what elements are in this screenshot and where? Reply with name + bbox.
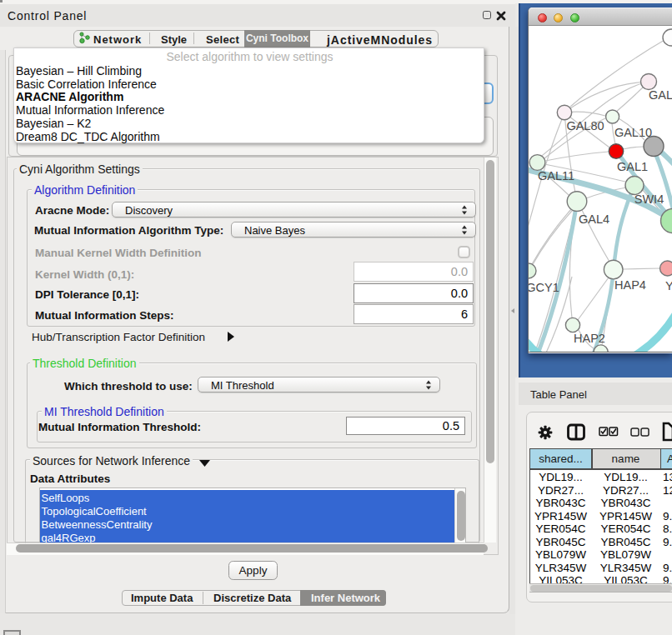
svg-text:HAP4: HAP4	[614, 278, 646, 292]
svg-text:GAL1: GAL1	[617, 160, 648, 173]
svg-text:GAL80: GAL80	[566, 119, 604, 132]
svg-text:GAL4: GAL4	[579, 212, 609, 226]
svg-text:GAL2: GAL2	[649, 88, 672, 102]
svg-text:HAP2: HAP2	[574, 332, 605, 345]
svg-text:GAL10: GAL10	[614, 126, 652, 139]
svg-text:SWI4: SWI4	[634, 192, 664, 206]
svg-text:YJL2: YJL2	[665, 279, 672, 292]
svg-text:GAL11: GAL11	[538, 169, 574, 182]
svg-text:GCY1: GCY1	[529, 281, 559, 294]
